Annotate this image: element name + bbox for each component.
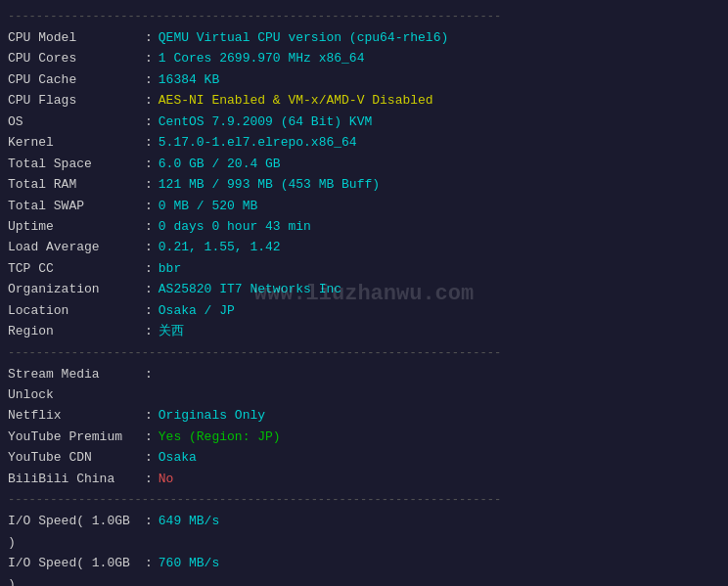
table-row: Stream Media Unlock:	[8, 364, 720, 406]
row-value: AES-NI Enabled & VM-x/AMD-V Disabled	[159, 90, 433, 111]
row-label: YouTube CDN	[8, 447, 145, 468]
table-row: YouTube CDN: Osaka	[8, 447, 720, 468]
divider-io: ----------------------------------------…	[8, 493, 720, 507]
row-colon: :	[145, 48, 153, 68]
row-colon: :	[145, 258, 153, 279]
row-label: Total Space	[8, 154, 145, 174]
table-row: CPU Cache: 16384 KB	[8, 69, 720, 90]
row-colon: :	[145, 469, 153, 489]
row-colon: :	[145, 69, 153, 90]
divider-stream: ----------------------------------------…	[8, 346, 720, 360]
row-value: No	[159, 469, 174, 489]
table-row: Total RAM: 121 MB / 993 MB (453 MB Buff)	[8, 174, 720, 195]
row-label: I/O Speed( 1.0GB )	[8, 553, 145, 586]
table-row: CPU Cores: 1 Cores 2699.970 MHz x86_64	[8, 48, 720, 68]
row-label: CPU Cache	[8, 69, 145, 90]
row-colon: :	[145, 300, 153, 321]
row-value: 16384 KB	[159, 69, 219, 90]
row-colon: :	[145, 321, 153, 341]
row-colon: :	[145, 279, 153, 299]
row-value: 0.21, 1.55, 1.42	[159, 237, 281, 257]
table-row: Netflix: Originals Only	[8, 405, 720, 426]
row-label: Uptime	[8, 216, 145, 237]
row-value: 关西	[159, 321, 184, 341]
row-label: Kernel	[8, 132, 145, 153]
table-row: OS: CentOS 7.9.2009 (64 Bit) KVM	[8, 112, 720, 132]
row-value: AS25820 IT7 Networks Inc	[159, 279, 341, 299]
table-row: CPU Model: QEMU Virtual CPU version (cpu…	[8, 27, 720, 48]
row-value: CentOS 7.9.2009 (64 Bit) KVM	[159, 112, 372, 132]
row-label: Location	[8, 300, 145, 321]
row-label: CPU Flags	[8, 90, 145, 111]
row-label: BiliBili China	[8, 469, 145, 489]
row-colon: :	[145, 237, 153, 257]
system-section: CPU Model: QEMU Virtual CPU version (cpu…	[8, 27, 720, 342]
table-row: Load Average: 0.21, 1.55, 1.42	[8, 237, 720, 257]
table-row: I/O Speed( 1.0GB ): 760 MB/s	[8, 553, 720, 586]
table-row: Region: 关西	[8, 321, 720, 341]
row-label: Stream Media Unlock	[8, 364, 145, 406]
row-colon: :	[145, 174, 153, 195]
row-colon: :	[145, 405, 153, 426]
row-label: OS	[8, 112, 145, 132]
divider-top: ----------------------------------------…	[8, 10, 720, 23]
table-row: Organization: AS25820 IT7 Networks Inc	[8, 279, 720, 299]
row-colon: :	[145, 364, 153, 406]
row-colon: :	[145, 196, 153, 216]
table-row: Uptime: 0 days 0 hour 43 min	[8, 216, 720, 237]
table-row: CPU Flags: AES-NI Enabled & VM-x/AMD-V D…	[8, 90, 720, 111]
row-label: Load Average	[8, 237, 145, 257]
row-colon: :	[145, 132, 153, 153]
row-label: CPU Model	[8, 27, 145, 48]
row-value: 649 MB/s	[159, 511, 219, 553]
table-row: Total Space: 6.0 GB / 20.4 GB	[8, 154, 720, 174]
row-colon: :	[145, 216, 153, 237]
row-value: 1 Cores 2699.970 MHz x86_64	[159, 48, 365, 68]
row-label: Netflix	[8, 405, 145, 426]
row-colon: :	[145, 447, 153, 468]
row-label: Region	[8, 321, 145, 341]
table-row: YouTube Premium: Yes (Region: JP)	[8, 427, 720, 447]
row-label: Organization	[8, 279, 145, 299]
table-row: TCP CC: bbr	[8, 258, 720, 279]
table-row: BiliBili China: No	[8, 469, 720, 489]
row-label: Total RAM	[8, 174, 145, 195]
io-section: I/O Speed( 1.0GB ): 649 MB/sI/O Speed( 1…	[8, 511, 720, 586]
row-value: Osaka	[159, 447, 197, 468]
row-colon: :	[145, 27, 153, 48]
row-label: CPU Cores	[8, 48, 145, 68]
row-value: Osaka / JP	[159, 300, 235, 321]
row-colon: :	[145, 511, 153, 553]
table-row: Total SWAP: 0 MB / 520 MB	[8, 196, 720, 216]
row-value: Yes (Region: JP)	[159, 427, 281, 447]
table-row: Kernel: 5.17.0-1.el7.elrepo.x86_64	[8, 132, 720, 153]
row-colon: :	[145, 112, 153, 132]
row-value: 6.0 GB / 20.4 GB	[159, 154, 281, 174]
row-colon: :	[145, 90, 153, 111]
row-colon: :	[145, 154, 153, 174]
row-label: Total SWAP	[8, 196, 145, 216]
row-label: I/O Speed( 1.0GB )	[8, 511, 145, 553]
row-label: TCP CC	[8, 258, 145, 279]
row-value: QEMU Virtual CPU version (cpu64-rhel6)	[159, 27, 448, 48]
row-value: 121 MB / 993 MB (453 MB Buff)	[159, 174, 380, 195]
row-value: Originals Only	[159, 405, 265, 426]
row-value: 760 MB/s	[159, 553, 219, 586]
row-value: 5.17.0-1.el7.elrepo.x86_64	[159, 132, 357, 153]
row-value: 0 MB / 520 MB	[159, 196, 257, 216]
row-colon: :	[145, 427, 153, 447]
row-value: 0 days 0 hour 43 min	[159, 216, 311, 237]
row-label: YouTube Premium	[8, 427, 145, 447]
table-row: I/O Speed( 1.0GB ): 649 MB/s	[8, 511, 720, 553]
table-row: Location: Osaka / JP	[8, 300, 720, 321]
row-value: bbr	[159, 258, 181, 279]
stream-section: Stream Media Unlock: Netflix: Originals …	[8, 364, 720, 490]
row-colon: :	[145, 553, 153, 586]
